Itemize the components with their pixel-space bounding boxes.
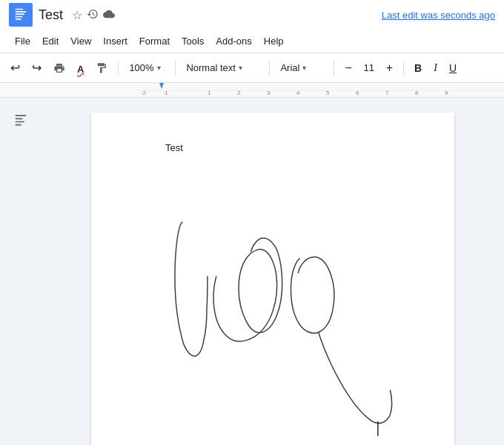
menu-edit[interactable]: Edit — [36, 33, 64, 50]
title-icons: ☆ — [72, 8, 115, 22]
svg-rect-21 — [16, 124, 21, 126]
svg-text:·2: ·2 — [141, 90, 146, 96]
menu-tools[interactable]: Tools — [176, 33, 210, 50]
star-icon[interactable]: ☆ — [72, 8, 82, 22]
menu-view[interactable]: View — [64, 33, 97, 50]
menu-bar: File Edit View Insert Format Tools Add-o… — [0, 30, 504, 53]
print-button[interactable] — [49, 59, 70, 77]
cloud-icon[interactable] — [103, 8, 115, 22]
undo-button[interactable]: ↩ — [6, 58, 24, 78]
svg-text:4: 4 — [296, 90, 300, 96]
zoom-chevron: ▾ — [157, 64, 161, 72]
doc-title: Test — [39, 7, 63, 23]
font-size-plus-button[interactable]: + — [382, 58, 397, 78]
divider-3 — [269, 61, 270, 76]
style-value: Normal text — [186, 62, 235, 73]
svg-rect-1 — [16, 11, 27, 13]
svg-text:9: 9 — [445, 90, 448, 96]
menu-file[interactable]: File — [9, 33, 36, 50]
zoom-selector[interactable]: 100% ▾ — [125, 59, 169, 76]
svg-text:5: 5 — [326, 90, 330, 96]
title-bar: Test ☆ Last edit was seconds ago — [0, 0, 504, 30]
font-size-minus-button[interactable]: − — [340, 58, 356, 78]
font-chevron: ▾ — [302, 64, 306, 72]
svg-rect-3 — [16, 16, 23, 18]
svg-text:8: 8 — [415, 90, 419, 96]
svg-rect-20 — [16, 121, 25, 123]
outline-icon[interactable] — [7, 107, 34, 133]
svg-marker-6 — [159, 83, 164, 89]
redo-button[interactable]: ↪ — [27, 58, 46, 78]
divider-5 — [403, 61, 404, 76]
spellcheck-button[interactable]: A — [73, 61, 88, 76]
font-size-container: − + — [340, 58, 397, 78]
divider-2 — [175, 61, 176, 76]
divider-1 — [118, 61, 119, 76]
document-area[interactable]: Test — [42, 98, 504, 445]
svg-text:1: 1 — [208, 90, 211, 96]
bold-button[interactable]: B — [410, 59, 426, 77]
svg-text:·1: ·1 — [163, 90, 168, 96]
document-text[interactable]: Test — [165, 142, 183, 153]
svg-rect-0 — [16, 9, 24, 10]
svg-rect-19 — [16, 118, 23, 120]
font-size-input[interactable] — [358, 62, 380, 73]
app-icon[interactable] — [9, 3, 33, 27]
italic-button[interactable]: I — [429, 59, 442, 77]
toolbar: ↩ ↪ A 100% ▾ Normal text ▾ Arial ▾ − + B… — [0, 53, 504, 83]
menu-insert[interactable]: Insert — [97, 33, 133, 50]
svg-text:2: 2 — [237, 90, 241, 96]
font-selector[interactable]: Arial ▾ — [276, 59, 328, 76]
svg-text:7: 7 — [385, 90, 389, 96]
style-selector[interactable]: Normal text ▾ — [182, 59, 263, 76]
ruler: ·2 ·1 1 2 3 4 5 6 7 8 9 — [0, 83, 504, 98]
handwriting-drawing — [91, 157, 454, 445]
divider-4 — [334, 61, 334, 76]
svg-text:6: 6 — [356, 90, 359, 96]
svg-text:3: 3 — [267, 90, 271, 96]
menu-format[interactable]: Format — [133, 33, 176, 50]
font-value: Arial — [280, 62, 299, 73]
menu-addons[interactable]: Add-ons — [210, 33, 257, 50]
svg-rect-4 — [16, 19, 21, 20]
underline-button[interactable]: U — [445, 59, 461, 77]
sidebar — [0, 98, 42, 445]
ruler-content: ·2 ·1 1 2 3 4 5 6 7 8 9 — [137, 83, 504, 97]
paint-format-button[interactable] — [91, 59, 112, 77]
history-icon[interactable] — [87, 8, 99, 22]
zoom-value: 100% — [129, 62, 153, 73]
document-page: Test — [91, 113, 454, 445]
svg-rect-18 — [16, 115, 27, 116]
last-edit-label[interactable]: Last edit was seconds ago — [382, 10, 495, 21]
style-chevron: ▾ — [239, 64, 242, 72]
main-area: Test — [0, 98, 504, 445]
svg-rect-2 — [16, 13, 25, 15]
menu-help[interactable]: Help — [258, 33, 290, 50]
